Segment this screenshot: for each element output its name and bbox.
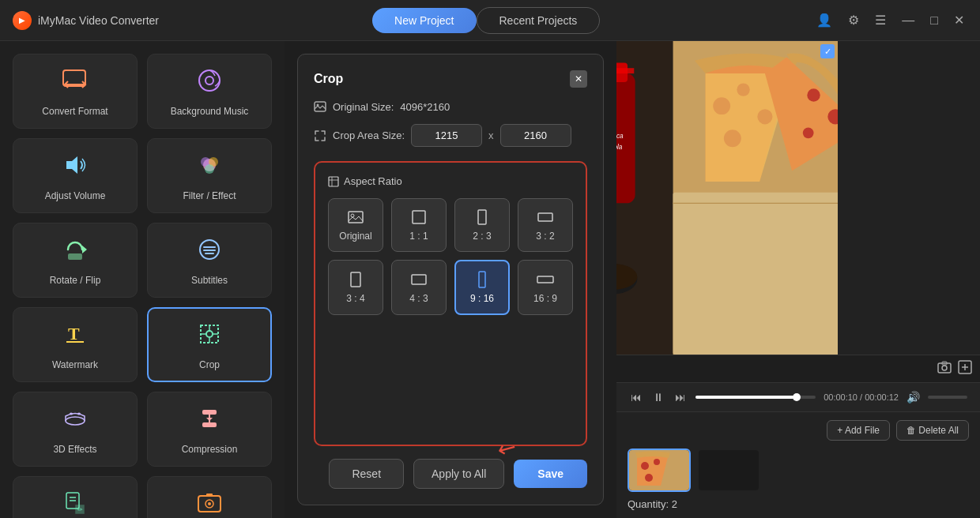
close-button[interactable]: ✕	[951, 9, 967, 31]
thumbnail-2-image	[699, 450, 759, 490]
aspect-3-4[interactable]: 3 : 4	[328, 260, 383, 315]
sidebar-item-watermark[interactable]: T Watermark	[13, 307, 138, 382]
project-tabs: New Project Recent Projects	[372, 7, 600, 34]
export-button[interactable]	[958, 360, 972, 377]
volume-icon: 🔊	[906, 391, 920, 404]
sidebar-item-compression[interactable]: Compression	[147, 392, 272, 467]
svg-point-84	[645, 474, 653, 482]
svg-point-24	[77, 413, 81, 415]
user-icon[interactable]: 👤	[813, 9, 835, 31]
rotate-flip-label: Rotate / Flip	[50, 275, 101, 286]
crop-close-button[interactable]: ✕	[570, 70, 587, 88]
aspect-4-3[interactable]: 4 : 3	[391, 260, 447, 315]
play-pause-button[interactable]: ⏸	[651, 389, 665, 405]
sidebar-item-convert-format[interactable]: Convert Format	[13, 54, 138, 129]
svg-rect-49	[479, 272, 485, 287]
progress-bar[interactable]	[695, 396, 816, 399]
adjust-volume-label: Adjust Volume	[45, 190, 106, 201]
crop-height-input[interactable]	[500, 124, 571, 147]
thumbnail-1-image	[629, 450, 691, 492]
sidebar-item-id3[interactable]: ✏ ID3	[13, 476, 138, 518]
skip-back-button[interactable]: ⏮	[629, 389, 643, 405]
svg-point-69	[807, 88, 820, 101]
3d-effects-label: 3D Effects	[53, 444, 96, 455]
svg-marker-8	[82, 246, 87, 253]
svg-text:✏: ✏	[77, 506, 83, 513]
sidebar-item-filter-effect[interactable]: Filter / Effect	[147, 138, 272, 213]
svg-rect-55	[616, 68, 634, 73]
aspect-3-2-icon	[537, 208, 554, 226]
save-button[interactable]: Save	[514, 460, 587, 488]
aspect-16-9-label: 16 : 9	[533, 293, 557, 304]
aspect-9-16[interactable]: 9 : 16	[454, 260, 510, 315]
reset-button[interactable]: Reset	[329, 459, 404, 489]
svg-rect-9	[68, 253, 82, 260]
original-size-row: Original Size: 4096*2160	[314, 100, 587, 113]
preview-main-image: Coca Cola	[616, 41, 838, 355]
maximize-button[interactable]: □	[927, 10, 941, 31]
crop-area-icon	[314, 130, 326, 142]
thumbnail-2[interactable]	[697, 449, 760, 492]
crop-width-input[interactable]	[411, 124, 482, 147]
sidebar-item-rotate-flip[interactable]: Rotate / Flip	[13, 223, 138, 298]
svg-rect-25	[202, 410, 217, 415]
crop-label: Crop	[199, 359, 220, 370]
aspect-2-3-icon	[473, 208, 491, 226]
add-file-button[interactable]: + Add File	[827, 420, 890, 441]
sidebar-item-screenshot[interactable]: Screenshot	[147, 476, 272, 518]
svg-rect-42	[349, 212, 363, 223]
apply-to-all-button[interactable]: Apply to All	[413, 459, 504, 489]
aspect-original-icon	[347, 208, 364, 226]
svg-rect-34	[206, 494, 213, 497]
new-project-tab[interactable]: New Project	[372, 8, 476, 33]
aspect-grid: Original 1 : 1 2 : 3	[328, 198, 573, 315]
aspect-1-1[interactable]: 1 : 1	[391, 198, 447, 252]
original-size-value: 4096*2160	[400, 101, 450, 113]
svg-text:Cola: Cola	[616, 144, 623, 151]
sidebar-item-crop[interactable]: Crop	[147, 307, 272, 382]
crop-footer: ↙ Reset Apply to All Save	[314, 459, 587, 489]
svg-rect-44	[413, 211, 425, 223]
minimize-button[interactable]: —	[899, 10, 918, 31]
settings-icon[interactable]: ⚙	[845, 9, 862, 31]
progress-thumb	[793, 393, 801, 401]
aspect-4-3-icon	[410, 271, 428, 288]
delete-all-button[interactable]: 🗑 Delete All	[896, 420, 969, 441]
aspect-3-2-label: 3 : 2	[536, 231, 554, 242]
menu-icon[interactable]: ☰	[872, 9, 889, 31]
svg-rect-50	[537, 276, 553, 283]
x-separator: x	[488, 130, 494, 141]
svg-point-7	[205, 164, 214, 174]
volume-bar[interactable]	[928, 396, 967, 399]
crop-dialog-title: Crop	[314, 72, 343, 86]
convert-format-label: Convert Format	[42, 106, 107, 117]
sidebar-item-background-music[interactable]: Background Music	[147, 54, 272, 129]
aspect-1-1-label: 1 : 1	[409, 231, 428, 242]
aspect-16-9[interactable]: 16 : 9	[518, 260, 573, 315]
sidebar-item-subtitles[interactable]: Subtitles	[147, 223, 272, 298]
thumbnail-1[interactable]	[628, 449, 691, 492]
aspect-ratio-title: Aspect Ratio	[328, 175, 573, 187]
thumbnails-row	[628, 449, 969, 492]
window-controls: 👤 ⚙ ☰ — □ ✕	[813, 9, 967, 31]
sidebar-item-adjust-volume[interactable]: Adjust Volume	[13, 138, 138, 213]
sidebar-item-3d-effects[interactable]: 3D Effects	[13, 392, 138, 467]
app-branding: ▶ iMyMac Video Converter	[13, 11, 159, 30]
aspect-original-label: Original	[339, 231, 371, 242]
background-music-icon	[194, 66, 224, 99]
filter-effect-label: Filter / Effect	[183, 190, 236, 201]
id3-icon: ✏	[60, 488, 90, 518]
svg-point-83	[654, 459, 660, 465]
recent-projects-tab[interactable]: Recent Projects	[477, 7, 601, 34]
aspect-ratio-section: Aspect Ratio Original	[314, 161, 587, 446]
aspect-original[interactable]: Original	[328, 198, 383, 252]
original-size-label: Original Size:	[333, 101, 394, 113]
aspect-3-2[interactable]: 3 : 2	[518, 198, 573, 252]
image-icon	[314, 100, 326, 113]
camera-button[interactable]	[937, 360, 952, 377]
watermark-label: Watermark	[52, 359, 98, 370]
aspect-2-3[interactable]: 2 : 3	[454, 198, 510, 252]
svg-rect-45	[478, 210, 486, 224]
skip-forward-button[interactable]: ⏭	[673, 389, 688, 405]
svg-point-82	[641, 462, 649, 470]
